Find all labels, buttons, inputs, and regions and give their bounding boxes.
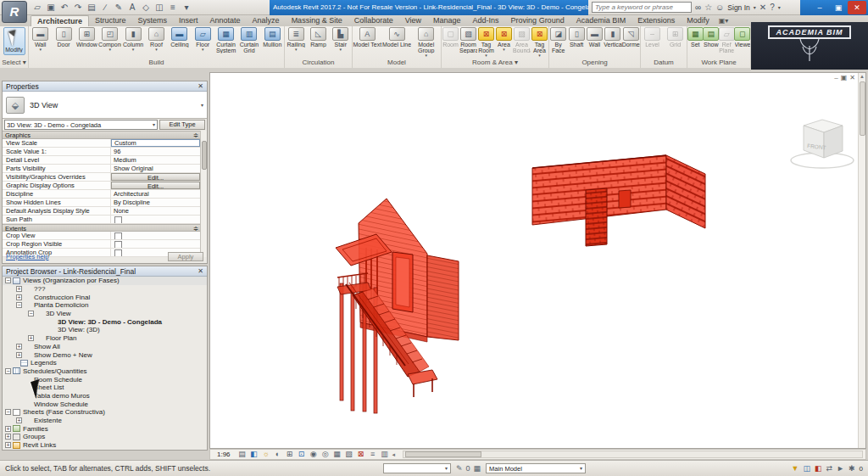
tree-item[interactable]: − Sheets (Fase Constructiva) xyxy=(3,408,207,417)
qat-tool-icon[interactable]: ∕ xyxy=(100,2,110,14)
scrollbar-thumb[interactable] xyxy=(202,141,207,170)
tree-item[interactable]: + Existente xyxy=(3,417,207,425)
property-value[interactable] xyxy=(111,240,200,248)
scrollbar-thumb[interactable] xyxy=(860,81,865,136)
property-value[interactable] xyxy=(111,216,200,223)
property-value[interactable]: None xyxy=(111,207,200,215)
properties-help-link[interactable]: Properties help xyxy=(6,253,48,260)
view-control-icon[interactable]: ◉ xyxy=(309,450,319,459)
tree-item-label[interactable]: 3D View: (3D) xyxy=(58,326,100,333)
tree-item-label[interactable]: Families xyxy=(23,425,48,433)
properties-scrollbar[interactable] xyxy=(200,131,207,257)
exchange-apps-icon[interactable]: ✕ xyxy=(760,3,766,12)
tree-item-label[interactable]: Schedules/Quantities xyxy=(23,367,87,375)
help-dropdown-icon[interactable]: ▾ xyxy=(778,4,781,10)
tree-item[interactable]: + Families xyxy=(3,424,207,433)
design-options-select[interactable]: ▾ xyxy=(383,463,451,473)
ribbon-tab[interactable]: Insert xyxy=(173,15,204,26)
status-tool-icon[interactable]: ◧ xyxy=(815,463,822,473)
ribbon-button[interactable]: ▦ Curtain System xyxy=(214,26,237,53)
ribbon-tab[interactable]: Add-Ins xyxy=(467,15,505,26)
ribbon-tab[interactable]: Structure xyxy=(89,15,132,26)
tree-item[interactable]: 3D View: 3D - Demo - Congelada xyxy=(3,317,207,326)
ribbon-button[interactable]: A Model Text xyxy=(353,26,382,48)
tree-item[interactable]: + Construccion Final xyxy=(3,293,207,301)
ribbon-button[interactable]: ▱ Ref Plane xyxy=(719,26,735,53)
view-window-control-icon[interactable]: ✕ xyxy=(849,74,855,81)
modify-button[interactable]: Modify xyxy=(3,27,25,55)
ribbon-button[interactable]: ▬ Ceiling xyxy=(168,26,191,48)
view-control-icon[interactable]: ⊡ xyxy=(297,450,307,459)
ribbon-button[interactable]: ▧ Room Separator xyxy=(459,26,477,53)
edit-type-button[interactable]: Edit Type xyxy=(159,120,205,130)
ribbon-tab[interactable]: Proving Ground xyxy=(505,15,570,26)
property-value[interactable]: 96 xyxy=(111,148,200,155)
property-row[interactable]: Graphic Display Options Edit... xyxy=(3,182,200,190)
status-tool-icon[interactable]: ▼ xyxy=(792,463,799,473)
property-row[interactable]: Visibility/Graphics Overrides Edit... xyxy=(3,173,200,182)
view-control-icon[interactable]: ▤ xyxy=(237,450,248,459)
property-value[interactable]: Show Original xyxy=(111,165,200,172)
view-control-icon[interactable]: ⊠ xyxy=(356,450,366,459)
vertical-scrollbar[interactable]: ▲ xyxy=(858,73,865,448)
qat-tool-icon[interactable]: ▾ xyxy=(181,2,192,14)
qat-tool-icon[interactable]: ≡ xyxy=(168,2,178,14)
scrollbar-thumb[interactable] xyxy=(405,451,481,457)
tree-item-label[interactable]: Legends xyxy=(31,359,57,367)
qat-tool-icon[interactable]: ↷ xyxy=(73,2,83,14)
property-row[interactable]: Crop Region Visible xyxy=(3,240,200,249)
ribbon-button[interactable]: ▢ Room xyxy=(442,26,459,48)
ribbon-button[interactable]: ▥ Curtain Grid xyxy=(237,26,260,53)
horizontal-scrollbar[interactable] xyxy=(403,451,863,458)
panel-label-room-area[interactable]: Room & Area ▾ xyxy=(442,59,548,68)
view-window-control-icon[interactable]: ▣ xyxy=(841,74,848,81)
tree-expand-icon[interactable]: + xyxy=(28,335,34,341)
property-row[interactable]: Detail Level Medium xyxy=(3,156,200,165)
ribbon-button[interactable]: ▮ Column ▾ xyxy=(121,26,144,51)
tree-expand-icon[interactable]: − xyxy=(5,277,11,283)
search-input[interactable] xyxy=(592,2,692,13)
property-value[interactable]: Architectural xyxy=(111,190,200,198)
scroll-left-icon[interactable]: ◂ xyxy=(392,451,396,458)
worksets-icon[interactable]: ✎ xyxy=(456,463,463,473)
property-value[interactable]: By Discipline xyxy=(111,199,200,206)
apply-button[interactable]: Apply xyxy=(168,252,203,261)
tree-expand-icon[interactable]: + xyxy=(16,294,22,300)
close-icon[interactable]: ✕ xyxy=(198,266,203,276)
close-icon[interactable]: ✕ xyxy=(198,81,203,91)
ribbon-button[interactable]: ◻ Viewer xyxy=(735,26,751,48)
tree-item-label[interactable]: 3D View xyxy=(46,310,71,317)
tree-expand-icon[interactable]: + xyxy=(16,352,22,358)
tree-item-label[interactable]: Planta Demolicion xyxy=(34,301,88,309)
tree-item-label[interactable]: 3D View: 3D - Demo - Congelada xyxy=(58,318,162,326)
worksets-icon[interactable]: ▦ xyxy=(474,463,481,473)
view-control-icon[interactable]: ◐ xyxy=(273,450,283,459)
section-graphics[interactable]: Graphics ≑ xyxy=(3,131,207,139)
tree-expand-icon[interactable]: + xyxy=(16,344,22,350)
close-button[interactable]: ✕ xyxy=(848,1,866,14)
help-icon[interactable]: ? xyxy=(770,3,775,12)
active-workset-select[interactable]: Main Model ▾ xyxy=(486,463,586,473)
minimize-button[interactable]: – xyxy=(810,1,829,14)
ribbon-button[interactable]: ◰ Component ▾ xyxy=(98,26,121,51)
ribbon-button[interactable]: ⊠ Area ▾ xyxy=(495,26,513,51)
ribbon-button[interactable]: ▙ Stair ▾ xyxy=(330,26,352,51)
qat-tool-icon[interactable]: ↶ xyxy=(59,2,70,14)
ribbon-button[interactable]: ◺ Ramp xyxy=(307,26,329,48)
ribbon-tab[interactable]: Architecture xyxy=(31,15,89,26)
ribbon-button[interactable]: ⊠ Tag Room ▾ xyxy=(477,26,495,57)
section-collapse-icon[interactable]: ≑ xyxy=(193,132,198,138)
ribbon-button[interactable]: ▨ Area Boundary xyxy=(513,26,531,53)
tree-item[interactable]: − Views (Organizacion por Fases) xyxy=(3,277,207,285)
tree-item[interactable]: + Groups xyxy=(3,433,207,441)
tree-item[interactable]: + Show All xyxy=(3,343,207,351)
section-collapse-icon[interactable]: ≑ xyxy=(193,225,198,232)
ribbon-button[interactable]: ∿ Model Line xyxy=(382,26,412,48)
ribbon-button[interactable]: ≣ Railing ▾ xyxy=(285,26,307,51)
panel-label-select[interactable]: Select ▾ xyxy=(0,59,28,68)
ribbon-tab[interactable]: Annotate xyxy=(204,15,247,26)
tree-item-label[interactable]: Show Demo + New xyxy=(34,351,92,359)
scroll-up-icon[interactable]: ▲ xyxy=(859,73,865,81)
ribbon-tab[interactable]: Massing & Site xyxy=(286,15,348,26)
tree-item[interactable]: Legends xyxy=(3,359,207,367)
